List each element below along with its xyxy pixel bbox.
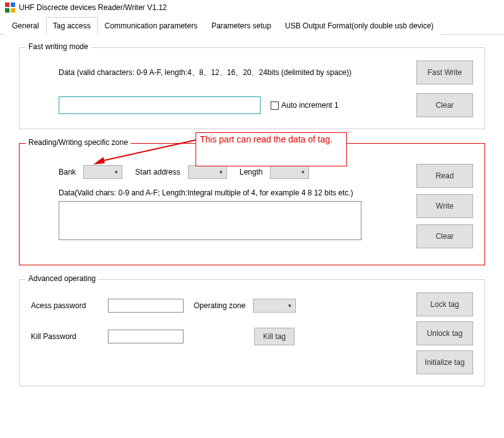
kill-password-input[interactable] <box>108 330 184 343</box>
length-label: Length <box>240 168 263 176</box>
advanced-operating-title: Advanced operating <box>26 274 98 283</box>
fast-write-input[interactable] <box>59 96 261 114</box>
chevron-down-icon: ▾ <box>220 169 223 175</box>
lock-tag-button[interactable]: Lock tag <box>416 292 473 316</box>
start-address-label: Start address <box>135 168 180 176</box>
tab-general[interactable]: General <box>5 17 46 35</box>
titlebar: UHF Discrecte devices Reader/Writer V1.1… <box>0 0 504 15</box>
write-button[interactable]: Write <box>416 194 473 218</box>
tab-communication-parameters[interactable]: Communication parameters <box>98 17 204 35</box>
read-button[interactable]: Read <box>416 164 473 188</box>
content: Fast writing mode Data (valid characters… <box>0 35 504 413</box>
chevron-down-icon: ▾ <box>302 169 305 175</box>
unlock-tag-button[interactable]: Unlock tag <box>416 321 473 345</box>
annotation-text: This part can read the data of tag. <box>200 134 332 144</box>
reading-writing-zone-title: Reading/Writing specific zone <box>26 138 131 147</box>
bank-label: Bank <box>59 168 76 176</box>
svg-rect-3 <box>11 8 15 13</box>
annotation-callout: This part can read the data of tag. <box>196 132 347 166</box>
advanced-operating-group: Advanced operating Acess password Operat… <box>19 279 485 386</box>
access-password-input[interactable] <box>108 299 184 313</box>
chevron-down-icon: ▾ <box>288 303 291 309</box>
auto-increment-option[interactable]: Auto increment 1 <box>271 101 339 110</box>
access-password-label: Acess password <box>31 301 100 310</box>
fast-writing-mode-group: Fast writing mode Data (valid characters… <box>19 47 485 129</box>
rw-data-hint: Data(Valid chars: 0-9 and A-F; Length:In… <box>59 188 361 199</box>
fast-writing-mode-title: Fast writing mode <box>26 42 91 51</box>
rw-clear-button[interactable]: Clear <box>416 224 473 248</box>
start-address-select[interactable]: ▾ <box>188 165 227 179</box>
svg-rect-0 <box>5 3 9 7</box>
kill-tag-button[interactable]: Kill tag <box>254 328 295 345</box>
auto-increment-checkbox[interactable] <box>271 101 279 110</box>
initialize-tag-button[interactable]: Initialize tag <box>416 350 473 374</box>
window-title: UHF Discrecte devices Reader/Writer V1.1… <box>19 3 167 12</box>
tabs: General Tag access Communication paramet… <box>0 16 504 35</box>
operating-zone-select[interactable]: ▾ <box>253 299 296 313</box>
auto-increment-label: Auto increment 1 <box>281 101 339 110</box>
bank-select[interactable]: ▾ <box>83 165 122 179</box>
tab-tag-access[interactable]: Tag access <box>46 17 98 35</box>
svg-rect-2 <box>5 8 9 13</box>
tab-usb-output-format[interactable]: USB Output Format(only double usb device… <box>278 17 440 35</box>
app-icon <box>5 3 15 13</box>
rw-data-textarea[interactable] <box>59 201 361 240</box>
chevron-down-icon: ▾ <box>115 169 118 175</box>
fast-write-button[interactable]: Fast Write <box>416 61 473 84</box>
kill-password-label: Kill Password <box>31 332 100 341</box>
fast-write-clear-button[interactable]: Clear <box>416 93 473 117</box>
operating-zone-label: Operating zone <box>194 301 245 310</box>
fast-writing-data-label: Data (valid characters: 0-9 A-F, length:… <box>59 67 351 78</box>
svg-rect-1 <box>11 3 15 7</box>
tab-parameters-setup[interactable]: Parameters setup <box>204 17 278 35</box>
length-select[interactable]: ▾ <box>270 165 309 179</box>
